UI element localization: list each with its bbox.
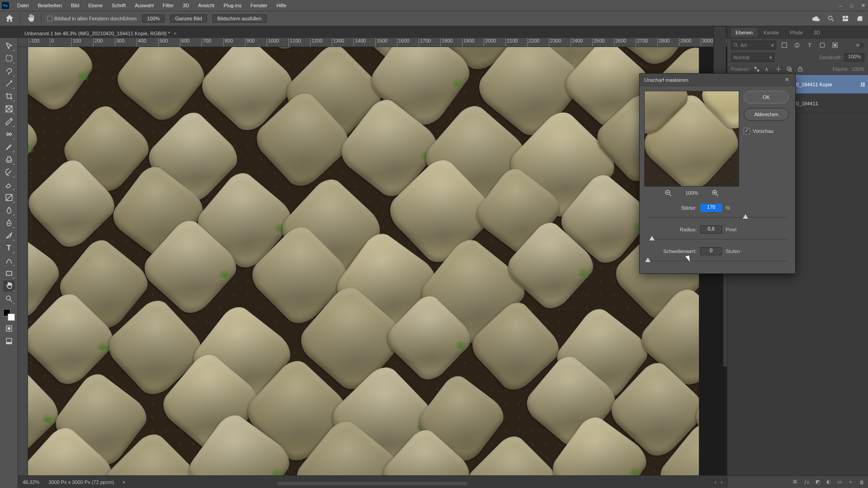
filter-shape-icon[interactable] [818, 41, 827, 50]
lasso-tool[interactable] [3, 65, 15, 77]
window-maximize-button[interactable]: □ [850, 3, 853, 8]
filter-toggle-icon[interactable] [855, 41, 864, 50]
search-icon[interactable] [827, 15, 835, 22]
menu-item-schrift[interactable]: Schrift [107, 0, 130, 11]
heal-tool[interactable] [3, 128, 15, 140]
scroll-all-windows-checkbox[interactable]: Bildlauf in allen Fenstern durchführen [47, 16, 137, 21]
amount-input[interactable]: 170 [700, 204, 722, 212]
new-layer-icon[interactable]: ＋ [848, 479, 853, 485]
filter-pixel-icon[interactable] [780, 41, 789, 50]
dodge-tool[interactable] [3, 217, 15, 229]
fill-screen-button[interactable]: Bildschirm ausfüllen [212, 14, 267, 23]
radius-input[interactable]: 0,6 [700, 225, 722, 234]
eyedropper-tool[interactable] [3, 116, 15, 127]
lock-position-icon[interactable] [774, 65, 783, 73]
ruler-origin[interactable] [18, 38, 28, 47]
lock-all-icon[interactable] [796, 65, 804, 73]
blur-tool[interactable] [3, 204, 15, 216]
layer-group-icon[interactable]: ▭ [837, 479, 842, 485]
menu-item-ansicht[interactable]: Ansicht [193, 0, 219, 11]
link-layers-icon[interactable]: ⌘ [793, 479, 797, 485]
share-icon[interactable] [856, 15, 863, 22]
blend-mode-dropdown[interactable]: Normal▾ [731, 53, 774, 62]
lock-pixels-icon[interactable] [764, 65, 772, 73]
type-tool[interactable]: T [3, 242, 15, 254]
dialog-titlebar[interactable]: Unscharf maskieren ✕ [640, 74, 795, 86]
menu-item-hilfe[interactable]: Hilfe [272, 0, 291, 11]
delete-layer-icon[interactable]: 🗑 [859, 479, 864, 485]
workspace-icon[interactable] [842, 15, 849, 22]
panel-tab-pfade[interactable]: Pfade [785, 28, 807, 37]
dialog-preview[interactable] [644, 91, 739, 187]
wand-tool[interactable] [3, 78, 15, 89]
crop-tool[interactable] [3, 90, 15, 102]
stamp-tool[interactable] [3, 154, 15, 165]
home-button[interactable] [5, 14, 14, 23]
threshold-input[interactable]: 0 [700, 247, 722, 255]
menu-item-3d[interactable]: 3D [178, 0, 193, 11]
panel-tab-ebenen[interactable]: Ebenen [731, 28, 757, 37]
menu-item-plug-ins[interactable]: Plug-ins [219, 0, 246, 11]
amount-slider[interactable] [648, 214, 787, 222]
horizontal-scrollbar[interactable] [278, 482, 467, 485]
layer-link-icon[interactable]: ⛓ [860, 82, 865, 87]
prev-nav-button[interactable]: ‹ [715, 479, 717, 485]
panel-tab-kanäle[interactable]: Kanäle [759, 28, 783, 37]
zoom-in-icon[interactable] [712, 189, 719, 197]
menu-item-filter[interactable]: Filter [158, 0, 178, 11]
menu-item-bild[interactable]: Bild [66, 0, 84, 11]
opacity-input[interactable]: 100% [844, 53, 864, 61]
screenmode-button[interactable] [3, 335, 15, 347]
hand-tool[interactable] [3, 280, 15, 292]
cloud-docs-icon[interactable] [812, 14, 820, 23]
ruler-vertical[interactable] [18, 47, 28, 475]
next-nav-button[interactable]: › [721, 479, 722, 485]
canvas[interactable] [28, 47, 727, 475]
document-info-readout[interactable]: 3000 Px x 3000 Px (72 ppcm) [48, 479, 114, 485]
zoom-100-button[interactable]: 100% [142, 14, 165, 23]
move-tool[interactable] [3, 40, 15, 52]
menu-item-fenster[interactable]: Fenster [246, 0, 272, 11]
path-tool[interactable] [3, 255, 15, 267]
cancel-button[interactable]: Abbrechen [744, 108, 789, 121]
filter-adjust-icon[interactable] [793, 41, 802, 50]
layer-style-icon[interactable]: ƒx [804, 479, 809, 485]
radius-slider[interactable] [648, 235, 787, 244]
brush-tool[interactable] [3, 141, 15, 153]
adjustment-layer-icon[interactable]: ◐ [826, 479, 831, 485]
lock-nested-icon[interactable] [785, 65, 793, 73]
menu-item-ebene[interactable]: Ebene [84, 0, 107, 11]
layer-filter-dropdown[interactable]: Art ▾ [731, 41, 776, 50]
window-close-button[interactable]: ✕ [861, 3, 865, 9]
menu-item-bearbeiten[interactable]: Bearbeiten [33, 0, 66, 11]
color-swatches[interactable] [2, 308, 16, 322]
document-tab[interactable]: Unbenannt-1 bei 48,3% (IMG_20210420_1844… [18, 29, 183, 38]
panel-tab-3d[interactable]: 3D [809, 28, 825, 37]
filter-type-icon[interactable]: T [805, 41, 814, 50]
layer-mask-icon[interactable]: ◩ [816, 479, 820, 485]
ok-button[interactable]: OK [744, 91, 789, 103]
rect-tool[interactable] [3, 267, 15, 279]
menu-item-auswahl[interactable]: Auswahl [130, 0, 158, 11]
filter-smart-icon[interactable] [830, 41, 840, 50]
fit-screen-button[interactable]: Ganzes Bild [170, 14, 207, 23]
document-image[interactable] [28, 47, 699, 475]
dialog-close-icon[interactable]: ✕ [783, 77, 791, 83]
artboard-tool[interactable] [3, 52, 15, 64]
zoom-out-icon[interactable] [665, 189, 672, 197]
quickmask-button[interactable] [3, 323, 15, 334]
close-tab-icon[interactable]: × [174, 31, 176, 36]
history-brush-tool[interactable] [3, 166, 15, 178]
menu-item-datei[interactable]: Datei [13, 0, 33, 11]
ruler-horizontal[interactable]: -100010020030040050060070080090010001100… [28, 38, 727, 47]
zoom-tool[interactable] [3, 293, 15, 305]
eraser-tool[interactable] [3, 179, 15, 191]
lock-transparency-icon[interactable] [753, 65, 761, 73]
pen-tool[interactable] [3, 230, 15, 241]
zoom-level-readout[interactable]: 48,32% [23, 479, 39, 485]
frame-tool[interactable] [3, 103, 15, 115]
gradient-tool[interactable] [3, 192, 15, 203]
preview-checkbox[interactable]: Vorschau [744, 128, 789, 134]
hand-tool-icon[interactable] [26, 14, 36, 23]
window-minimize-button[interactable]: – [839, 3, 842, 8]
